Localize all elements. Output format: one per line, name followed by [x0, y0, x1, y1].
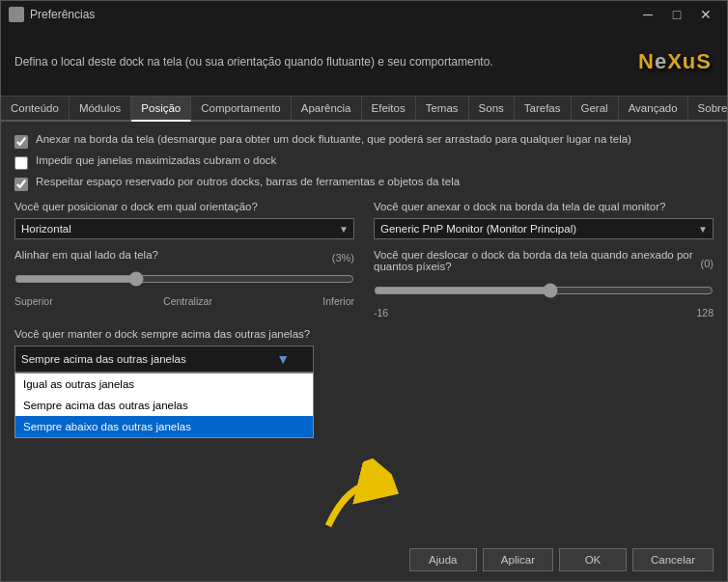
- offset-section: Você quer deslocar o dock da borda da te…: [374, 249, 714, 319]
- offset-label-left: -16: [374, 307, 388, 319]
- tab-conteudo[interactable]: Conteúdo: [1, 97, 70, 120]
- footer-buttons: Ajuda Aplicar OK Cancelar: [409, 548, 714, 571]
- orientation-section: Você quer posicionar o dock em qual orie…: [14, 201, 354, 239]
- attach-border-checkbox[interactable]: [14, 135, 28, 149]
- align-section: Alinhar em qual lado da tela? (3%) Super…: [14, 249, 354, 319]
- offset-labels: -16 128: [374, 307, 714, 319]
- tab-aparencia[interactable]: Aparência: [292, 97, 362, 120]
- align-value: (3%): [332, 252, 354, 263]
- orientation-monitor-row: Você quer posicionar o dock em qual orie…: [14, 201, 714, 239]
- tab-sons[interactable]: Sons: [469, 97, 515, 120]
- main-window: Preferências ─ □ ✕ Defina o local deste …: [0, 0, 728, 582]
- dropdown-option-below[interactable]: Sempre abaixo das outras janelas: [15, 416, 313, 437]
- checkbox-row-3: Respeitar espaço reservado por outros do…: [14, 176, 714, 191]
- close-button[interactable]: ✕: [692, 5, 719, 24]
- title-bar: Preferências ─ □ ✕: [1, 1, 727, 28]
- dropdown-arrow-icon: ▼: [276, 351, 290, 367]
- apply-button[interactable]: Aplicar: [483, 548, 553, 571]
- always-on-top-dropdown-list: Igual as outras janelas Sempre acima das…: [14, 373, 314, 438]
- content-area: Anexar na borda da tela (desmarque para …: [1, 122, 727, 581]
- tab-temas[interactable]: Temas: [416, 97, 469, 120]
- logo-text: NeXuS: [638, 49, 712, 74]
- arrow-indicator: [310, 467, 397, 528]
- offset-slider[interactable]: [374, 282, 714, 299]
- align-slider[interactable]: [14, 270, 354, 288]
- monitor-select-wrapper: Generic PnP Monitor (Monitor Principal): [374, 218, 714, 239]
- respect-space-checkbox[interactable]: [14, 178, 28, 191]
- ok-button[interactable]: OK: [559, 548, 627, 571]
- always-on-top-selected-label: Sempre acima das outras janelas: [21, 353, 186, 365]
- tab-modulos[interactable]: Módulos: [70, 97, 131, 120]
- prevent-maximize-label: Impedir que janelas maximizadas cubram o…: [36, 154, 276, 166]
- align-question: Alinhar em qual lado da tela?: [14, 249, 158, 261]
- offset-label-right: 128: [696, 307, 714, 319]
- align-label-center: Centralizar: [163, 295, 212, 307]
- monitor-select[interactable]: Generic PnP Monitor (Monitor Principal): [374, 218, 714, 239]
- align-label-right: Inferior: [322, 295, 354, 307]
- prevent-maximize-checkbox[interactable]: [14, 156, 28, 170]
- attach-border-label: Anexar na borda da tela (desmarque para …: [36, 133, 631, 145]
- tab-efeitos[interactable]: Efeitos: [362, 97, 416, 120]
- always-on-top-section: Você quer manter o dock sempre acima das…: [14, 328, 714, 373]
- respect-space-label: Respeitar espaço reservado por outros do…: [36, 176, 460, 187]
- tab-geral[interactable]: Geral: [572, 97, 619, 120]
- tabs-bar: Conteúdo Módulos Posição Comportamento A…: [1, 97, 727, 122]
- checkbox-row-2: Impedir que janelas maximizadas cubram o…: [14, 154, 714, 170]
- window-icon: [9, 7, 24, 22]
- monitor-question: Você quer anexar o dock na borda da tela…: [374, 201, 714, 212]
- orientation-select-wrapper: Horizontal Vertical: [14, 218, 354, 239]
- tab-posicao[interactable]: Posição: [131, 97, 191, 122]
- monitor-section: Você quer anexar o dock na borda da tela…: [374, 201, 714, 239]
- always-on-top-dropdown-selected[interactable]: Sempre acima das outras janelas ▼: [14, 346, 314, 373]
- window-title: Preferências: [30, 8, 634, 21]
- arrow-svg: [302, 454, 404, 538]
- always-on-top-dropdown-container: Sempre acima das outras janelas ▼ Igual …: [14, 346, 314, 373]
- window-controls: ─ □ ✕: [634, 5, 719, 24]
- app-logo: NeXuS: [636, 38, 714, 86]
- help-button[interactable]: Ajuda: [409, 548, 477, 571]
- dropdown-option-above[interactable]: Sempre acima das outras janelas: [15, 395, 313, 416]
- maximize-button[interactable]: □: [663, 5, 690, 24]
- orientation-question: Você quer posicionar o dock em qual orie…: [14, 201, 354, 212]
- cancel-button[interactable]: Cancelar: [632, 548, 714, 571]
- align-labels: Superior Centralizar Inferior: [14, 295, 354, 307]
- tab-avancado[interactable]: Avançado: [619, 97, 688, 120]
- dropdown-option-equal[interactable]: Igual as outras janelas: [15, 374, 313, 395]
- sliders-row: Alinhar em qual lado da tela? (3%) Super…: [14, 249, 714, 319]
- checkbox-row-1: Anexar na borda da tela (desmarque para …: [14, 133, 714, 149]
- tab-sobre[interactable]: Sobre: [688, 97, 728, 120]
- align-slider-track: [14, 270, 354, 293]
- tab-tarefas[interactable]: Tarefas: [515, 97, 572, 120]
- offset-question: Você quer deslocar o dock da borda da te…: [374, 249, 701, 272]
- header-area: Defina o local deste dock na tela (ou su…: [1, 28, 727, 97]
- align-label-left: Superior: [14, 295, 53, 307]
- tab-comportamento[interactable]: Comportamento: [191, 97, 291, 120]
- minimize-button[interactable]: ─: [634, 5, 661, 24]
- offset-slider-track: [374, 282, 714, 305]
- header-description: Defina o local deste dock na tela (ou su…: [14, 55, 594, 69]
- offset-value: (0): [701, 258, 714, 269]
- orientation-select[interactable]: Horizontal Vertical: [14, 218, 354, 239]
- always-on-top-question: Você quer manter o dock sempre acima das…: [14, 328, 714, 340]
